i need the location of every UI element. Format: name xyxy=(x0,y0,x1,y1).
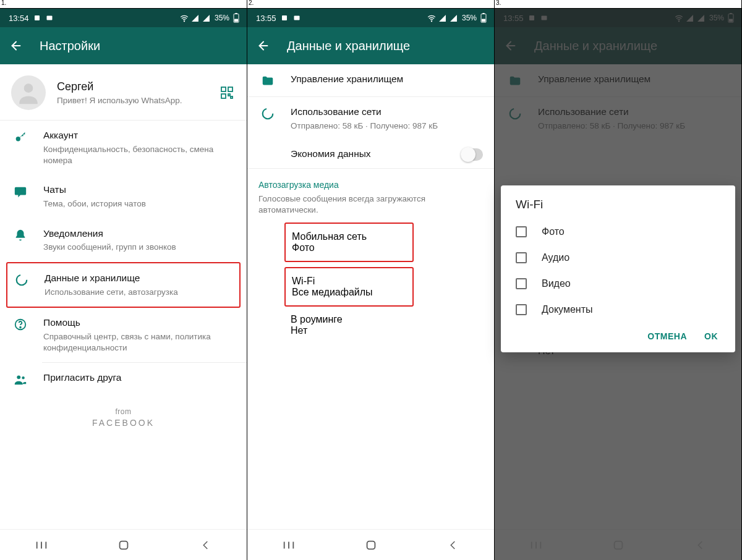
highlight-data-storage: Данные и хранилище Использование сети, а… xyxy=(6,262,241,308)
svg-rect-26 xyxy=(367,541,375,549)
battery-text: 35% xyxy=(215,14,229,22)
panel-label-3: 3. xyxy=(496,0,501,7)
svg-rect-1 xyxy=(46,16,52,20)
settings-item-account[interactable]: Аккаунт Конфиденциальность, безопасность… xyxy=(0,121,247,175)
settings-item-notifications[interactable]: Уведомления Звуки сообщений, групп и зво… xyxy=(0,219,247,262)
wifi-icon xyxy=(180,14,189,22)
bell-icon xyxy=(11,227,30,242)
system-nav-bar xyxy=(0,529,247,560)
checkbox[interactable] xyxy=(516,226,527,237)
cancel-button[interactable]: ОТМЕНА xyxy=(647,331,687,341)
back-button[interactable] xyxy=(9,38,23,53)
option-audio[interactable]: Аудио xyxy=(507,245,729,271)
notif-icon-2 xyxy=(45,14,54,22)
status-bar: 13:54 35% xyxy=(0,9,247,27)
page-title: Настройки xyxy=(40,39,100,53)
option-label: Видео xyxy=(542,278,571,289)
data-storage-content: Управление хранилищем Использование сети… xyxy=(247,64,494,529)
back-button[interactable] xyxy=(256,38,271,53)
svg-rect-20 xyxy=(294,16,299,20)
svg-rect-19 xyxy=(282,15,287,20)
help-icon xyxy=(11,316,30,331)
notif-icon-1 xyxy=(33,14,41,22)
svg-point-17 xyxy=(22,376,24,379)
status-time: 13:54 xyxy=(9,14,29,23)
checkbox[interactable] xyxy=(516,278,527,289)
item-data-saver[interactable]: Экономия данных xyxy=(247,140,494,168)
item-sub: Нет xyxy=(291,325,483,336)
profile-row[interactable]: Сергей Привет! Я использую WhatsApp. xyxy=(0,64,247,120)
item-title: Использование сети xyxy=(291,106,483,119)
svg-rect-9 xyxy=(221,94,226,98)
settings-item-invite[interactable]: Пригласить друга xyxy=(0,363,247,395)
option-photo[interactable]: Фото xyxy=(507,219,729,245)
status-bar: 13:55 35% xyxy=(247,9,494,27)
item-mobile-data[interactable]: Мобильная сеть Фото xyxy=(286,224,412,261)
item-title: Помощь xyxy=(43,316,236,329)
battery-text: 35% xyxy=(462,14,477,22)
data-usage-icon xyxy=(12,272,31,287)
item-wifi[interactable]: Wi-Fi Все медиафайлы xyxy=(286,268,412,305)
app-bar: Данные и хранилище xyxy=(247,27,494,64)
qr-code-button[interactable] xyxy=(218,84,236,101)
option-label: Аудио xyxy=(542,252,569,263)
nav-back-button[interactable] xyxy=(435,536,472,554)
svg-rect-0 xyxy=(35,15,40,20)
system-nav-bar xyxy=(247,529,494,560)
item-sub: Конфиденциальность, безопасность, смена … xyxy=(43,144,236,166)
nav-home-button[interactable] xyxy=(105,536,142,554)
svg-rect-10 xyxy=(228,94,230,96)
item-title: Уведомления xyxy=(43,227,236,240)
item-sub: Справочный центр, связь с нами, политика… xyxy=(43,331,236,354)
data-usage-icon xyxy=(258,106,277,121)
screenshot-3: 3. 13:55 35% Данные и хранилище xyxy=(495,0,742,560)
item-roaming[interactable]: В роуминге Нет xyxy=(247,307,494,344)
section-header-autodownload: Автозагрузка медиа xyxy=(247,169,494,192)
ok-button[interactable]: OK xyxy=(704,331,718,341)
nav-recents-button[interactable] xyxy=(23,536,60,554)
page-title: Данные и хранилище xyxy=(287,39,410,53)
svg-rect-4 xyxy=(235,13,237,14)
item-sub: Использование сети, автозагрузка xyxy=(45,287,234,298)
highlight-mobile: Мобильная сеть Фото xyxy=(284,223,414,262)
panel-label-2: 2. xyxy=(249,0,254,7)
svg-point-25 xyxy=(263,109,273,119)
key-icon xyxy=(11,129,30,144)
item-sub: Тема, обои, история чатов xyxy=(43,198,236,210)
svg-rect-11 xyxy=(231,96,232,98)
app-bar: Настройки xyxy=(0,27,247,64)
nav-back-button[interactable] xyxy=(187,536,224,554)
svg-rect-8 xyxy=(228,87,232,91)
option-video[interactable]: Видео xyxy=(507,271,729,297)
item-network-usage[interactable]: Использование сети Отправлено: 58 кБ · П… xyxy=(247,97,494,140)
screenshot-2: 2. 13:55 35% Данные и хранилище Управлен… xyxy=(247,0,495,560)
item-sub: Отправлено: 58 кБ · Получено: 987 кБ xyxy=(291,121,483,132)
svg-point-15 xyxy=(20,326,21,328)
data-saver-toggle[interactable] xyxy=(461,148,483,161)
settings-item-chats[interactable]: Чаты Тема, обои, история чатов xyxy=(0,175,247,218)
item-manage-storage[interactable]: Управление хранилищем xyxy=(247,64,494,96)
item-title: Чаты xyxy=(43,184,236,197)
svg-rect-5 xyxy=(234,19,238,22)
profile-name: Сергей xyxy=(57,80,207,93)
footer-brand: from FACEBOOK xyxy=(0,395,247,428)
highlight-wifi: Wi-Fi Все медиафайлы xyxy=(284,267,414,307)
svg-rect-18 xyxy=(119,541,127,549)
chat-icon xyxy=(11,184,30,198)
wifi-autodownload-dialog: Wi-Fi Фото Аудио Видео Документы ОТМЕНА … xyxy=(501,185,735,352)
section-sub-autodownload: Голосовые сообщения всегда загружаются а… xyxy=(247,192,494,222)
nav-recents-button[interactable] xyxy=(270,536,307,554)
svg-rect-23 xyxy=(482,13,484,14)
people-icon xyxy=(11,371,30,386)
checkbox[interactable] xyxy=(516,304,527,315)
profile-status: Привет! Я использую WhatsApp. xyxy=(57,96,207,105)
option-documents[interactable]: Документы xyxy=(507,297,729,323)
nav-home-button[interactable] xyxy=(352,536,390,554)
item-title: Аккаунт xyxy=(43,129,236,142)
battery-icon xyxy=(479,14,488,22)
settings-item-data-storage[interactable]: Данные и хранилище Использование сети, а… xyxy=(7,263,239,307)
settings-item-help[interactable]: Помощь Справочный центр, связь с нами, п… xyxy=(0,308,247,362)
item-sub: Фото xyxy=(292,242,401,253)
item-title: Экономия данных xyxy=(291,148,447,161)
checkbox[interactable] xyxy=(516,252,527,263)
